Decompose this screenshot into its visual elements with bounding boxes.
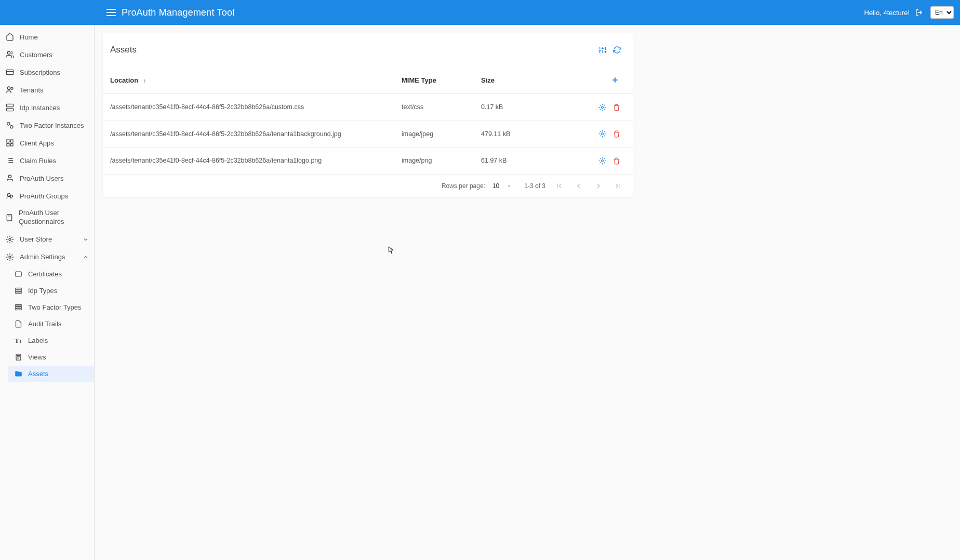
nav-tenants[interactable]: Tenants	[0, 81, 94, 99]
table-row: /assets/tenant/c35e41f0-8ecf-44c4-86f5-2…	[103, 148, 633, 175]
nav-assets[interactable]: Assets	[8, 366, 94, 382]
list-icon	[5, 156, 15, 165]
nav-customers[interactable]: Customers	[0, 46, 94, 63]
rows-per-page-value[interactable]: 10	[492, 182, 499, 190]
delete-button[interactable]	[611, 128, 622, 140]
refresh-button[interactable]	[610, 43, 624, 57]
nav-proauth-groups[interactable]: ProAuth Groups	[0, 187, 94, 205]
nav-labels[interactable]: TT Labels	[8, 332, 94, 349]
nav-certificates[interactable]: Certificates	[8, 266, 94, 283]
col-label: Size	[481, 76, 495, 84]
nav-idp-types[interactable]: Idp Types	[8, 283, 94, 299]
nav-label: Two Factor Instances	[20, 122, 84, 129]
nav-admin-settings[interactable]: Admin Settings	[0, 248, 94, 266]
svg-point-2	[7, 87, 10, 89]
nav-two-factor-instances[interactable]: Two Factor Instances	[0, 116, 94, 134]
nav-idp-instances[interactable]: Idp Instances	[0, 99, 94, 116]
cell-actions	[553, 121, 633, 148]
svg-rect-23	[15, 307, 21, 309]
nav-label: Client Apps	[20, 139, 54, 147]
col-label: Location	[110, 76, 138, 84]
nav-label: Customers	[20, 51, 52, 59]
svg-point-28	[601, 159, 603, 162]
svg-rect-4	[6, 104, 13, 106]
dropdown-icon[interactable]	[506, 183, 512, 189]
filter-button[interactable]	[595, 43, 610, 57]
svg-point-27	[601, 133, 603, 135]
last-page-icon	[614, 182, 622, 190]
svg-rect-15	[7, 215, 11, 221]
language-select[interactable]: En	[930, 6, 954, 19]
cell-size: 61.97 kB	[474, 148, 553, 175]
nav-audit-trails[interactable]: Audit Trails	[8, 316, 94, 332]
chevron-up-icon	[83, 254, 89, 260]
nav-client-apps[interactable]: Client Apps	[0, 134, 94, 152]
svg-rect-22	[15, 305, 21, 306]
last-page-button[interactable]	[612, 180, 624, 192]
logout-icon	[915, 9, 923, 16]
cell-actions	[553, 94, 633, 121]
svg-rect-24	[15, 309, 21, 310]
page-range: 1-3 of 3	[524, 182, 545, 190]
svg-point-26	[601, 106, 603, 108]
svg-point-17	[9, 256, 11, 258]
svg-rect-10	[7, 143, 9, 146]
svg-point-14	[10, 195, 12, 197]
tenants-icon	[5, 85, 15, 95]
nav-home[interactable]: Home	[0, 28, 94, 46]
svg-rect-19	[15, 288, 21, 290]
document-icon	[14, 353, 23, 362]
edit-button[interactable]	[596, 101, 608, 113]
table-pager: Rows per page: 10 1-3 of 3	[103, 175, 633, 197]
cell-location: /assets/tenant/c35e41f0-8ecf-44c4-86f5-2…	[103, 121, 394, 148]
nav-proauth-users[interactable]: ProAuth Users	[0, 169, 94, 187]
cell-location: /assets/tenant/c35e41f0-8ecf-44c4-86f5-2…	[103, 94, 394, 121]
prev-page-button[interactable]	[572, 180, 585, 192]
nav-claim-rules[interactable]: Claim Rules	[0, 152, 94, 169]
cell-mime: text/css	[394, 94, 474, 121]
cell-location: /assets/tenant/c35e41f0-8ecf-44c4-86f5-2…	[103, 148, 394, 175]
sliders-icon	[598, 46, 607, 54]
svg-point-12	[8, 175, 11, 178]
nav-label: Two Factor Types	[28, 303, 81, 311]
edit-button[interactable]	[596, 155, 608, 166]
nav-label: User Store	[20, 235, 52, 243]
list-icon	[14, 303, 23, 312]
sort-asc-icon: ↑	[143, 77, 146, 84]
col-location[interactable]: Location ↑	[103, 66, 394, 94]
nav-proauth-user-questionnaires[interactable]: ProAuth User Questionnaires	[0, 205, 94, 231]
menu-toggle-button[interactable]	[105, 6, 117, 19]
nav-label: ProAuth Groups	[20, 192, 68, 200]
svg-rect-5	[6, 108, 13, 111]
col-size[interactable]: Size	[474, 66, 553, 94]
nav-views[interactable]: Views	[8, 349, 94, 366]
gear-icon	[598, 130, 606, 138]
user-icon	[5, 174, 15, 183]
delete-button[interactable]	[611, 102, 622, 113]
next-page-button[interactable]	[592, 180, 605, 192]
nav-user-store[interactable]: User Store	[0, 231, 94, 248]
gear-icon	[598, 103, 606, 111]
nav-label: ProAuth Users	[20, 175, 64, 182]
svg-point-13	[7, 193, 10, 196]
gear-icon	[5, 235, 15, 244]
nav-label: Admin Settings	[20, 253, 65, 261]
edit-button[interactable]	[596, 128, 608, 140]
nav-label: Claim Rules	[20, 157, 56, 165]
first-page-button[interactable]	[553, 180, 565, 192]
nav-two-factor-types[interactable]: Two Factor Types	[8, 299, 94, 316]
refresh-icon	[613, 46, 621, 54]
svg-point-0	[7, 51, 10, 54]
rows-per-page-label: Rows per page:	[442, 182, 485, 190]
chevron-left-icon	[575, 182, 583, 190]
col-actions	[553, 66, 633, 94]
first-page-icon	[555, 182, 563, 190]
nav-label: Assets	[28, 370, 48, 378]
nav-subscriptions[interactable]: Subscriptions	[0, 63, 94, 81]
logout-button[interactable]	[914, 7, 924, 18]
add-button[interactable]	[608, 73, 622, 87]
col-mime[interactable]: MIME Type	[394, 66, 474, 94]
delete-button[interactable]	[611, 155, 622, 167]
assets-table: Location ↑ MIME Type Size /assets/tenant…	[103, 66, 633, 175]
nav-label: Idp Instances	[20, 104, 60, 112]
